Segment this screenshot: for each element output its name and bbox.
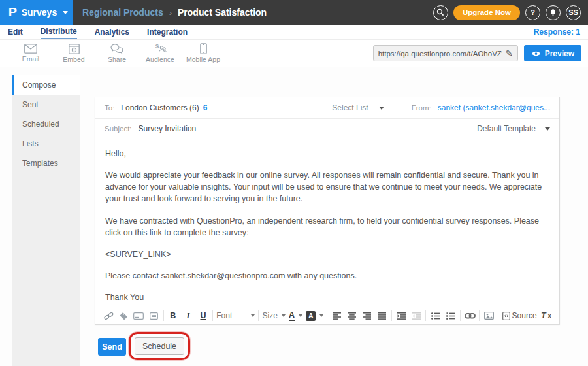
toolbar-item-share[interactable]: Share (95, 44, 139, 63)
sidebar-item-lists[interactable]: Lists (12, 134, 80, 154)
insert-text-field-button[interactable] (133, 308, 144, 323)
indent-icon (397, 312, 406, 320)
align-left-button[interactable] (331, 308, 343, 323)
compose-panel: To: London Customers (6) 6 Select List F… (95, 97, 560, 325)
email-paragraph: We would appreciate your feedback in our… (105, 169, 549, 205)
survey-url-input[interactable]: https://qa.questionpro.com/t/AOhoVZfqml … (373, 45, 518, 61)
outdent-button[interactable] (410, 308, 422, 323)
insert-tag-button[interactable] (118, 308, 129, 323)
sidebar-item-sent[interactable]: Sent (12, 95, 80, 114)
tag-icon (119, 312, 128, 320)
insert-survey-link-button[interactable] (103, 308, 114, 323)
size-dropdown[interactable]: Size (263, 308, 286, 323)
toolbar-item-audience[interactable]: $ Audience (139, 44, 182, 63)
schedule-button[interactable]: Schedule (135, 337, 184, 355)
align-center-icon (348, 312, 356, 320)
email-paragraph: Thank You (105, 291, 549, 303)
recipient-count: 6 (203, 103, 208, 112)
align-center-button[interactable] (346, 308, 358, 323)
sidebar-item-scheduled[interactable]: Scheduled (12, 114, 80, 134)
toolbar-item-email[interactable]: Email (9, 44, 52, 63)
eye-icon (531, 50, 541, 57)
underline-button[interactable]: U (197, 308, 209, 323)
size-dropdown-label: Size (263, 311, 278, 320)
help-button[interactable]: ? (525, 5, 540, 20)
toolbar-item-label: Audience (146, 56, 174, 63)
questionpro-app: P Surveys Regional Products › Product Sa… (0, 0, 588, 366)
breadcrumb-parent[interactable]: Regional Products (82, 7, 163, 18)
select-list-label: Select List (332, 103, 368, 112)
preview-button[interactable]: Preview (524, 45, 581, 61)
insert-image-button[interactable] (483, 308, 495, 323)
toolbar-divider (498, 310, 498, 321)
survey-nav: Edit Distribute Analytics Integration Re… (0, 25, 588, 40)
text-color-button[interactable]: A (289, 308, 302, 323)
email-body-editor[interactable]: Hello, We would appreciate your feedback… (95, 139, 559, 308)
recipient-list[interactable]: London Customers (6) (121, 103, 199, 112)
justify-button[interactable] (376, 308, 388, 323)
from-label: From: (412, 104, 431, 112)
breadcrumb-separator: › (169, 8, 172, 18)
chat-bubbles-icon (110, 44, 123, 54)
upgrade-now-button[interactable]: Upgrade Now (453, 5, 520, 20)
insert-link-button[interactable] (464, 308, 476, 323)
source-button-label: Source (512, 311, 537, 320)
pencil-icon[interactable]: ✎ (506, 48, 513, 58)
toolbar-item-embed[interactable]: Embed (52, 44, 95, 63)
toolbar-divider (479, 310, 480, 321)
font-dropdown[interactable]: Font (216, 308, 255, 323)
from-value[interactable]: sanket (sanket.shekdar@ques... (438, 103, 550, 112)
tab-distribute[interactable]: Distribute (41, 25, 77, 39)
bulleted-list-button[interactable] (430, 308, 442, 323)
chevron-down-icon (545, 127, 550, 131)
survey-link-icon (104, 312, 114, 320)
search-button[interactable] (433, 5, 448, 20)
chevron-down-icon (379, 107, 384, 110)
select-list-dropdown[interactable]: Select List (332, 103, 384, 112)
toolbar-item-mobile-app[interactable]: Mobile App (182, 43, 225, 63)
font-dropdown-label: Font (216, 311, 232, 320)
paid-audience-icon: $ (154, 44, 167, 54)
align-right-icon (363, 312, 371, 320)
source-icon (502, 312, 510, 320)
align-right-button[interactable] (361, 308, 373, 323)
insert-button-button[interactable] (148, 308, 159, 323)
bold-button[interactable]: B (167, 308, 179, 323)
schedule-highlight-annotation: Schedule (129, 332, 190, 360)
send-button[interactable]: Send (98, 338, 126, 356)
toolbar-divider (327, 310, 327, 321)
distribute-content: Compose Sent Scheduled Lists Templates T… (0, 67, 588, 366)
toolbar-divider (258, 310, 259, 321)
subject-input[interactable]: Survey Invitation (139, 124, 197, 133)
bell-icon (549, 8, 557, 17)
sidebar-item-compose[interactable]: Compose (12, 75, 80, 95)
bulleted-list-icon (431, 312, 440, 320)
avatar[interactable]: SS (566, 5, 581, 20)
to-label: To: (105, 104, 114, 112)
notifications-button[interactable] (546, 5, 561, 20)
sidebar-item-templates[interactable]: Templates (12, 154, 80, 173)
email-paragraph: We have contracted with QuestionPro, an … (105, 215, 549, 239)
chevron-down-icon (251, 314, 255, 317)
from-group: From: sanket (sanket.shekdar@ques... (412, 103, 550, 112)
background-color-button[interactable]: A (306, 308, 323, 323)
email-sidebar: Compose Sent Scheduled Lists Templates (12, 75, 80, 366)
tab-integration[interactable]: Integration (147, 25, 188, 39)
remove-format-button[interactable]: Tx (540, 308, 552, 323)
italic-button[interactable]: I (182, 308, 194, 323)
tab-edit[interactable]: Edit (8, 25, 23, 39)
surveys-menu[interactable]: P Surveys (0, 0, 73, 25)
breadcrumb: Regional Products › Product Satisfaction (82, 7, 267, 18)
embed-window-icon (69, 44, 80, 54)
image-icon (484, 312, 494, 320)
avatar-initials: SS (568, 8, 578, 16)
subject-label: Subject: (105, 125, 132, 133)
indent-button[interactable] (395, 308, 407, 323)
template-dropdown[interactable]: Default Template (477, 124, 550, 133)
source-button[interactable]: Source (502, 308, 537, 323)
chevron-down-icon (282, 314, 286, 317)
numbered-list-button[interactable] (445, 308, 457, 323)
tab-analytics[interactable]: Analytics (95, 25, 129, 39)
text-field-icon (133, 312, 144, 320)
preview-button-label: Preview (545, 49, 574, 58)
